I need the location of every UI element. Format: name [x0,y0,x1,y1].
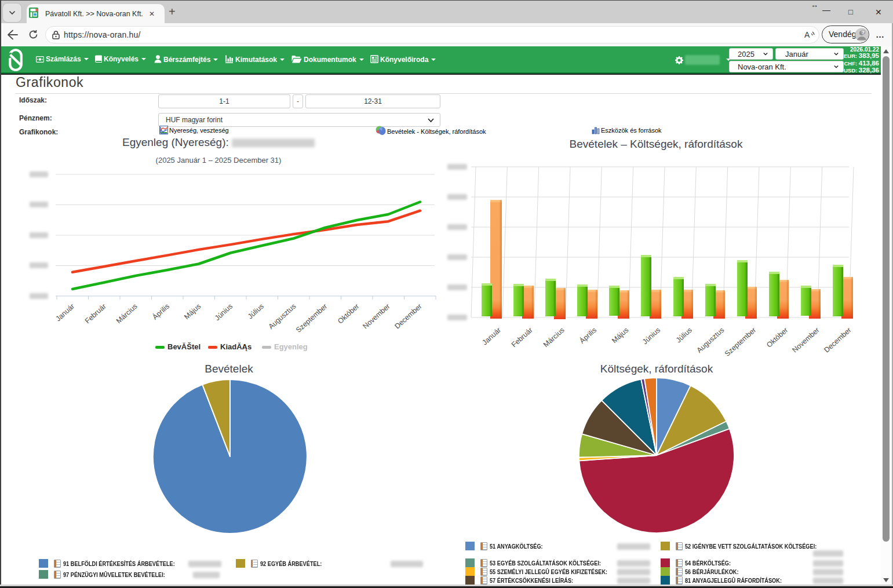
svg-text:?: ? [862,30,865,35]
svg-text:A: A [804,30,810,39]
